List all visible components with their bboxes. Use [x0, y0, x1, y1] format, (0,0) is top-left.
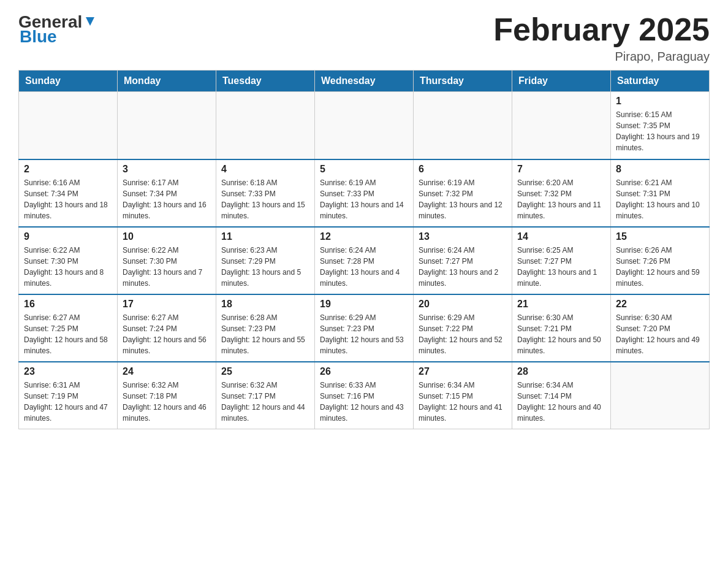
calendar-cell: 5Sunrise: 6:19 AMSunset: 7:33 PMDaylight…	[315, 159, 414, 227]
calendar-cell	[19, 92, 118, 159]
calendar-cell: 20Sunrise: 6:29 AMSunset: 7:22 PMDayligh…	[414, 294, 512, 362]
day-info: Sunrise: 6:24 AMSunset: 7:28 PMDaylight:…	[320, 245, 408, 289]
day-number: 22	[616, 299, 704, 310]
logo-triangle-icon	[83, 15, 97, 28]
calendar-table: SundayMondayTuesdayWednesdayThursdayFrid…	[18, 70, 710, 429]
day-number: 16	[24, 299, 112, 310]
weekday-header-friday: Friday	[512, 71, 611, 92]
calendar-week-row: 2Sunrise: 6:16 AMSunset: 7:34 PMDaylight…	[19, 159, 710, 227]
calendar-cell: 21Sunrise: 6:30 AMSunset: 7:21 PMDayligh…	[512, 294, 611, 362]
calendar-cell: 7Sunrise: 6:20 AMSunset: 7:32 PMDaylight…	[512, 159, 611, 227]
calendar-cell: 3Sunrise: 6:17 AMSunset: 7:34 PMDaylight…	[118, 159, 216, 227]
calendar-week-row: 9Sunrise: 6:22 AMSunset: 7:30 PMDaylight…	[19, 227, 710, 294]
day-info: Sunrise: 6:27 AMSunset: 7:24 PMDaylight:…	[123, 312, 211, 356]
calendar-cell: 6Sunrise: 6:19 AMSunset: 7:32 PMDaylight…	[414, 159, 512, 227]
calendar-cell: 19Sunrise: 6:29 AMSunset: 7:23 PMDayligh…	[315, 294, 414, 362]
day-number: 23	[24, 366, 112, 377]
day-info: Sunrise: 6:19 AMSunset: 7:32 PMDaylight:…	[419, 177, 507, 221]
calendar-cell: 23Sunrise: 6:31 AMSunset: 7:19 PMDayligh…	[19, 362, 118, 429]
day-info: Sunrise: 6:32 AMSunset: 7:18 PMDaylight:…	[123, 380, 211, 424]
calendar-cell: 2Sunrise: 6:16 AMSunset: 7:34 PMDaylight…	[19, 159, 118, 227]
day-number: 6	[419, 164, 507, 175]
calendar-header: SundayMondayTuesdayWednesdayThursdayFrid…	[19, 71, 710, 92]
day-info: Sunrise: 6:21 AMSunset: 7:31 PMDaylight:…	[616, 177, 704, 221]
day-number: 24	[123, 366, 211, 377]
day-info: Sunrise: 6:31 AMSunset: 7:19 PMDaylight:…	[24, 380, 112, 424]
calendar-cell: 18Sunrise: 6:28 AMSunset: 7:23 PMDayligh…	[216, 294, 315, 362]
day-number: 10	[123, 231, 211, 242]
day-number: 21	[517, 299, 605, 310]
calendar-cell: 9Sunrise: 6:22 AMSunset: 7:30 PMDaylight…	[19, 227, 118, 294]
calendar-cell: 27Sunrise: 6:34 AMSunset: 7:15 PMDayligh…	[414, 362, 512, 429]
logo-blue-text: Blue	[20, 27, 57, 47]
day-info: Sunrise: 6:34 AMSunset: 7:15 PMDaylight:…	[419, 380, 507, 424]
day-info: Sunrise: 6:15 AMSunset: 7:35 PMDaylight:…	[616, 109, 704, 153]
page-header: General Blue February 2025 Pirapo, Parag…	[18, 12, 710, 64]
calendar-cell	[611, 362, 710, 429]
location: Pirapo, Paraguay	[493, 50, 710, 64]
calendar-cell	[315, 92, 414, 159]
day-info: Sunrise: 6:22 AMSunset: 7:30 PMDaylight:…	[24, 245, 112, 289]
day-number: 26	[320, 366, 408, 377]
weekday-header-thursday: Thursday	[414, 71, 512, 92]
day-number: 2	[24, 164, 112, 175]
calendar-cell: 13Sunrise: 6:24 AMSunset: 7:27 PMDayligh…	[414, 227, 512, 294]
day-info: Sunrise: 6:32 AMSunset: 7:17 PMDaylight:…	[221, 380, 309, 424]
calendar-cell: 15Sunrise: 6:26 AMSunset: 7:26 PMDayligh…	[611, 227, 710, 294]
day-number: 17	[123, 299, 211, 310]
calendar-cell: 14Sunrise: 6:25 AMSunset: 7:27 PMDayligh…	[512, 227, 611, 294]
day-info: Sunrise: 6:30 AMSunset: 7:21 PMDaylight:…	[517, 312, 605, 356]
day-info: Sunrise: 6:24 AMSunset: 7:27 PMDaylight:…	[419, 245, 507, 289]
calendar-cell	[216, 92, 315, 159]
weekday-header-row: SundayMondayTuesdayWednesdayThursdayFrid…	[19, 71, 710, 92]
calendar-cell: 10Sunrise: 6:22 AMSunset: 7:30 PMDayligh…	[118, 227, 216, 294]
weekday-header-wednesday: Wednesday	[315, 71, 414, 92]
day-info: Sunrise: 6:16 AMSunset: 7:34 PMDaylight:…	[24, 177, 112, 221]
day-info: Sunrise: 6:26 AMSunset: 7:26 PMDaylight:…	[616, 245, 704, 289]
day-info: Sunrise: 6:29 AMSunset: 7:23 PMDaylight:…	[320, 312, 408, 356]
calendar-cell: 28Sunrise: 6:34 AMSunset: 7:14 PMDayligh…	[512, 362, 611, 429]
day-number: 8	[616, 164, 704, 175]
calendar-cell: 8Sunrise: 6:21 AMSunset: 7:31 PMDaylight…	[611, 159, 710, 227]
calendar-cell	[512, 92, 611, 159]
day-number: 9	[24, 231, 112, 242]
day-number: 27	[419, 366, 507, 377]
day-number: 5	[320, 164, 408, 175]
calendar-cell: 24Sunrise: 6:32 AMSunset: 7:18 PMDayligh…	[118, 362, 216, 429]
calendar-cell	[414, 92, 512, 159]
day-info: Sunrise: 6:30 AMSunset: 7:20 PMDaylight:…	[616, 312, 704, 356]
day-info: Sunrise: 6:28 AMSunset: 7:23 PMDaylight:…	[221, 312, 309, 356]
day-info: Sunrise: 6:34 AMSunset: 7:14 PMDaylight:…	[517, 380, 605, 424]
calendar-week-row: 16Sunrise: 6:27 AMSunset: 7:25 PMDayligh…	[19, 294, 710, 362]
day-info: Sunrise: 6:29 AMSunset: 7:22 PMDaylight:…	[419, 312, 507, 356]
day-number: 25	[221, 366, 309, 377]
calendar-cell: 26Sunrise: 6:33 AMSunset: 7:16 PMDayligh…	[315, 362, 414, 429]
day-info: Sunrise: 6:27 AMSunset: 7:25 PMDaylight:…	[24, 312, 112, 356]
day-number: 19	[320, 299, 408, 310]
day-info: Sunrise: 6:19 AMSunset: 7:33 PMDaylight:…	[320, 177, 408, 221]
day-info: Sunrise: 6:18 AMSunset: 7:33 PMDaylight:…	[221, 177, 309, 221]
day-info: Sunrise: 6:20 AMSunset: 7:32 PMDaylight:…	[517, 177, 605, 221]
weekday-header-sunday: Sunday	[19, 71, 118, 92]
calendar-week-row: 1Sunrise: 6:15 AMSunset: 7:35 PMDaylight…	[19, 92, 710, 159]
calendar-cell: 22Sunrise: 6:30 AMSunset: 7:20 PMDayligh…	[611, 294, 710, 362]
day-info: Sunrise: 6:33 AMSunset: 7:16 PMDaylight:…	[320, 380, 408, 424]
day-number: 4	[221, 164, 309, 175]
day-number: 12	[320, 231, 408, 242]
calendar-week-row: 23Sunrise: 6:31 AMSunset: 7:19 PMDayligh…	[19, 362, 710, 429]
calendar-cell: 11Sunrise: 6:23 AMSunset: 7:29 PMDayligh…	[216, 227, 315, 294]
day-info: Sunrise: 6:22 AMSunset: 7:30 PMDaylight:…	[123, 245, 211, 289]
day-number: 18	[221, 299, 309, 310]
day-number: 7	[517, 164, 605, 175]
calendar-cell: 25Sunrise: 6:32 AMSunset: 7:17 PMDayligh…	[216, 362, 315, 429]
weekday-header-saturday: Saturday	[611, 71, 710, 92]
day-info: Sunrise: 6:17 AMSunset: 7:34 PMDaylight:…	[123, 177, 211, 221]
day-number: 14	[517, 231, 605, 242]
day-info: Sunrise: 6:23 AMSunset: 7:29 PMDaylight:…	[221, 245, 309, 289]
title-block: February 2025 Pirapo, Paraguay	[493, 12, 710, 64]
calendar-cell: 16Sunrise: 6:27 AMSunset: 7:25 PMDayligh…	[19, 294, 118, 362]
day-number: 15	[616, 231, 704, 242]
day-number: 20	[419, 299, 507, 310]
calendar-cell: 17Sunrise: 6:27 AMSunset: 7:24 PMDayligh…	[118, 294, 216, 362]
day-number: 13	[419, 231, 507, 242]
